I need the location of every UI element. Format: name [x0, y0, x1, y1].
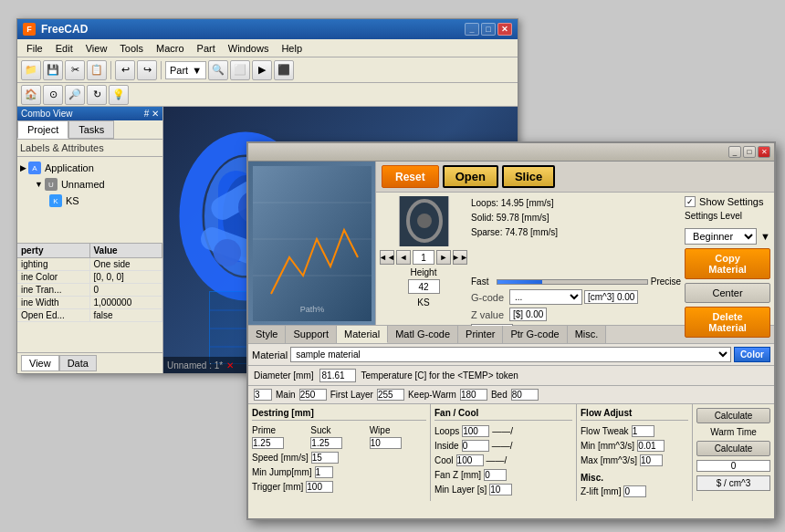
speed-input[interactable]	[311, 452, 339, 464]
nav-first[interactable]: ◄◄	[380, 250, 394, 265]
labels-title: Labels & Attributes	[20, 142, 104, 153]
height-input[interactable]	[408, 279, 440, 294]
inside-input[interactable]	[462, 440, 489, 452]
slice-button[interactable]: Slice	[502, 165, 555, 188]
zlift-input[interactable]	[623, 485, 646, 497]
tab-ptr-gcode[interactable]: Ptr G-code	[503, 326, 567, 343]
mm3-min-input[interactable]	[637, 440, 665, 452]
loops-input[interactable]	[462, 425, 489, 437]
tab-project[interactable]: Project	[17, 120, 68, 139]
tab-material[interactable]: Material	[337, 326, 388, 343]
material-select[interactable]: sample material	[290, 347, 731, 362]
maximize-button[interactable]: □	[481, 23, 496, 36]
color-button[interactable]: Color	[734, 347, 770, 362]
trigger-input[interactable]	[306, 481, 333, 493]
nav-next[interactable]: ►	[436, 250, 451, 265]
toolbar-new[interactable]: 📁	[21, 60, 41, 80]
mm3-max-input[interactable]	[640, 454, 663, 466]
slicer-minimize[interactable]: _	[728, 146, 741, 158]
tab-view[interactable]: View	[21, 355, 59, 371]
prime-label: Prime	[252, 425, 309, 435]
reset-button[interactable]: Reset	[382, 165, 439, 188]
close-button[interactable]: ✕	[497, 23, 512, 36]
menu-edit[interactable]: Edit	[50, 41, 78, 56]
toolbar-home[interactable]: 🏠	[21, 85, 41, 105]
viewport-close-icon[interactable]: ✕	[226, 360, 234, 370]
toolbar-rotate[interactable]: ↻	[87, 85, 107, 105]
prop-row-0: ighting One side	[17, 258, 162, 271]
toolbar-export[interactable]: ⬛	[274, 60, 294, 80]
toolbar-sep1	[110, 61, 111, 79]
menu-view[interactable]: View	[80, 41, 113, 56]
min-jump-input[interactable]	[315, 466, 333, 478]
diameter-input[interactable]	[319, 369, 356, 382]
tab-tasks[interactable]: Tasks	[68, 120, 114, 139]
copy-material-button[interactable]: CopyMaterial	[685, 248, 770, 279]
toolbar-save[interactable]: 💾	[43, 60, 63, 80]
show-settings-checkbox[interactable]: ✓	[685, 196, 696, 207]
unnamed-expand-icon[interactable]: ▼	[35, 180, 43, 189]
slicer-maximize[interactable]: □	[743, 146, 756, 158]
stat-solid: Solid: 59.78 [mm/s]	[471, 211, 681, 225]
settings-level-select[interactable]: Beginner Advanced	[685, 228, 757, 245]
tab-misc[interactable]: Misc.	[568, 326, 607, 343]
mm3-max-label: Max [mm^3/s]	[581, 455, 637, 465]
suck-input[interactable]	[310, 437, 342, 449]
prop-val-3: 1,000000	[90, 297, 163, 308]
main-temp-input[interactable]	[299, 389, 327, 401]
first-layer-input[interactable]	[377, 389, 404, 401]
tab-matl-gcode[interactable]: Matl G-code	[388, 326, 458, 343]
show-settings-label: Show Settings	[699, 196, 763, 207]
loops-label: Loops	[434, 426, 459, 436]
tab-support[interactable]: Support	[286, 326, 337, 343]
tab-style[interactable]: Style	[248, 326, 286, 343]
keep-warm-input[interactable]	[460, 389, 487, 401]
toolbar-play[interactable]: ▶	[252, 60, 272, 80]
menu-macro[interactable]: Macro	[151, 41, 190, 56]
menu-windows[interactable]: Windows	[223, 41, 275, 56]
toolbar-orbit[interactable]: ⊙	[43, 85, 63, 105]
center-button[interactable]: Center	[685, 283, 770, 303]
speed-slider[interactable]	[497, 279, 648, 285]
nav-page-input[interactable]	[413, 250, 434, 265]
toolbar-copy[interactable]: 📋	[87, 60, 107, 80]
menu-file[interactable]: File	[21, 41, 48, 56]
toolbar-light[interactable]: 💡	[109, 85, 129, 105]
slicer-main-content: Destring [mm] Prime Suck Wipe Speed [mm/…	[248, 404, 774, 501]
slicer-close[interactable]: ✕	[758, 146, 770, 158]
diam-val-input[interactable]	[254, 389, 272, 401]
fan-z-input[interactable]	[484, 469, 507, 481]
suck-label: Suck	[310, 425, 367, 435]
nav-prev[interactable]: ◄	[396, 250, 411, 265]
toolbar-cut[interactable]: ✂	[65, 60, 85, 80]
flow-tweak-input[interactable]	[632, 425, 654, 437]
toolbar-redo[interactable]: ↪	[137, 60, 157, 80]
toolbar-zoom[interactable]: 🔎	[65, 85, 85, 105]
calculate2-button[interactable]: Calculate	[696, 441, 770, 456]
menu-part[interactable]: Part	[192, 41, 221, 56]
loops-row: Loops ——/	[434, 425, 572, 437]
tab-data[interactable]: Data	[59, 355, 97, 371]
warm-value-input[interactable]	[696, 460, 770, 472]
nav-last[interactable]: ►►	[453, 250, 467, 265]
toolbar-search[interactable]: 🔍	[208, 60, 228, 80]
menu-tools[interactable]: Tools	[114, 41, 149, 56]
delete-material-button[interactable]: DeleteMaterial	[685, 307, 770, 338]
bed-temp-input[interactable]	[511, 389, 539, 401]
toolbar-part-dropdown[interactable]: Part ▼	[165, 61, 206, 79]
toolbar-undo[interactable]: ↩	[115, 60, 135, 80]
cool-input[interactable]	[456, 454, 484, 466]
menu-help[interactable]: Help	[276, 41, 308, 56]
thumbnail-nav: ◄◄ ◄ ► ►► Height KS	[380, 196, 467, 338]
gcode-dropdown[interactable]: ...	[509, 289, 582, 305]
tab-printer[interactable]: Printer	[458, 326, 503, 343]
open-button[interactable]: Open	[443, 165, 498, 188]
min-layer-input[interactable]	[489, 484, 512, 495]
expand-icon[interactable]: ▶	[20, 163, 26, 172]
calculate1-button[interactable]: Calculate	[696, 408, 770, 423]
zvalue-field-row: Z value [$] 0.00	[471, 308, 681, 321]
wipe-input[interactable]	[370, 437, 402, 449]
toolbar-box[interactable]: ⬜	[230, 60, 250, 80]
minimize-button[interactable]: _	[465, 23, 479, 36]
prime-input[interactable]	[252, 437, 284, 449]
